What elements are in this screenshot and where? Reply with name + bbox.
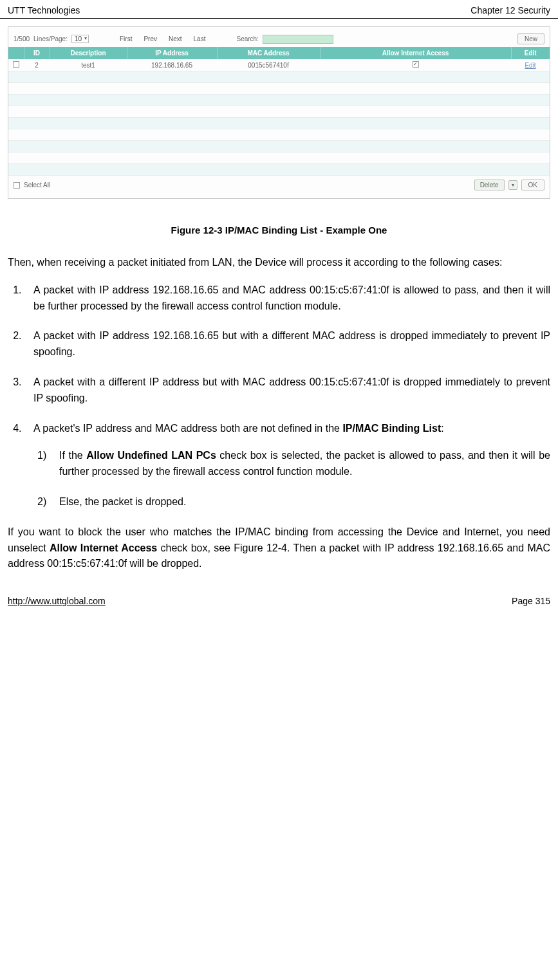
- col-ip: IP Address: [127, 47, 217, 59]
- nav-prev[interactable]: Prev: [140, 35, 161, 42]
- col-edit: Edit: [511, 47, 550, 59]
- figure-caption: Figure 12-3 IP/MAC Binding List - Exampl…: [8, 225, 550, 236]
- delete-button[interactable]: Delete: [474, 180, 505, 190]
- cell-description: test1: [50, 59, 127, 71]
- sub-list-item: 1) If the Allow Undefined LAN PCs check …: [53, 448, 550, 480]
- table-row: [8, 141, 550, 153]
- cell-ip: 192.168.16.65: [127, 59, 217, 71]
- col-description: Description: [50, 47, 127, 59]
- list-item: A packet with IP address 192.168.16.65 b…: [24, 328, 550, 360]
- allow-checkbox[interactable]: [413, 61, 419, 68]
- footer-page-number: Page 315: [512, 596, 550, 606]
- list-item: A packet with IP address 192.168.16.65 a…: [24, 282, 550, 315]
- item4-prefix: A packet's IP address and MAC address bo…: [33, 423, 342, 434]
- cell-mac: 0015c567410f: [217, 59, 320, 71]
- col-allow: Allow Internet Access: [320, 47, 511, 59]
- col-checkbox: [8, 47, 24, 59]
- nav-first[interactable]: First: [116, 35, 136, 42]
- table-row: [8, 83, 550, 95]
- nav-last[interactable]: Last: [190, 35, 210, 42]
- nav-next[interactable]: Next: [165, 35, 186, 42]
- select-all-label: Select All: [24, 181, 50, 189]
- list-item: A packet with a different IP address but…: [24, 374, 550, 407]
- ok-button[interactable]: OK: [521, 180, 544, 190]
- sub2-text: Else, the packet is dropped.: [59, 496, 186, 507]
- screenshot-toolbar: 1/500 Lines/Page: 10 First Prev Next Las…: [8, 31, 550, 47]
- sub-number: 1): [37, 448, 46, 464]
- figure-screenshot: 1/500 Lines/Page: 10 First Prev Next Las…: [8, 26, 550, 199]
- table-row: [8, 129, 550, 141]
- sub-ordered-list: 1) If the Allow Undefined LAN PCs check …: [33, 448, 550, 510]
- item4-suffix: :: [441, 423, 443, 434]
- sub-number: 2): [37, 494, 46, 510]
- binding-table: ID Description IP Address MAC Address Al…: [8, 47, 550, 176]
- table-row: [8, 106, 550, 118]
- screenshot-footer: Select All Delete ▾ OK: [8, 176, 550, 194]
- sub-list-item: 2) Else, the packet is dropped.: [53, 494, 550, 510]
- search-input[interactable]: [263, 35, 333, 44]
- header-left: UTT Technologies: [8, 5, 80, 15]
- footer-url[interactable]: http://www.uttglobal.com: [8, 596, 106, 606]
- sub1-prefix: If the: [59, 450, 86, 461]
- list-item: A packet's IP address and MAC address bo…: [24, 421, 550, 510]
- search-label: Search:: [236, 35, 258, 42]
- intro-paragraph: Then, when receiving a packet initiated …: [8, 255, 550, 271]
- page-header: UTT Technologies Chapter 12 Security: [0, 0, 558, 19]
- table-row: [8, 153, 550, 164]
- table-row: [8, 95, 550, 106]
- main-ordered-list: A packet with IP address 192.168.16.65 a…: [8, 282, 550, 510]
- lines-per-page-label: Lines/Page:: [33, 35, 68, 42]
- sub1-bold: Allow Undefined LAN PCs: [86, 450, 216, 461]
- table-row: 2 test1 192.168.16.65 0015c567410f Edit: [8, 59, 550, 71]
- new-button[interactable]: New: [517, 33, 544, 44]
- page-footer: http://www.uttglobal.com Page 315: [0, 591, 558, 614]
- row-checkbox[interactable]: [13, 61, 19, 68]
- select-all-checkbox[interactable]: [14, 182, 20, 189]
- col-id: ID: [24, 47, 50, 59]
- cell-id: 2: [24, 59, 50, 71]
- edit-link[interactable]: Edit: [525, 62, 535, 69]
- lines-per-page-select[interactable]: 10: [71, 35, 89, 43]
- table-row: [8, 164, 550, 176]
- col-mac: MAC Address: [217, 47, 320, 59]
- table-row: [8, 118, 550, 129]
- table-row: [8, 71, 550, 83]
- closing-paragraph: If you want to block the user who matche…: [8, 524, 550, 572]
- header-right: Chapter 12 Security: [470, 5, 550, 15]
- delete-dropdown-icon[interactable]: ▾: [508, 180, 517, 190]
- item4-bold: IP/MAC Binding List: [342, 423, 441, 434]
- closing-bold: Allow Internet Access: [50, 542, 157, 553]
- page-counter: 1/500: [14, 35, 30, 42]
